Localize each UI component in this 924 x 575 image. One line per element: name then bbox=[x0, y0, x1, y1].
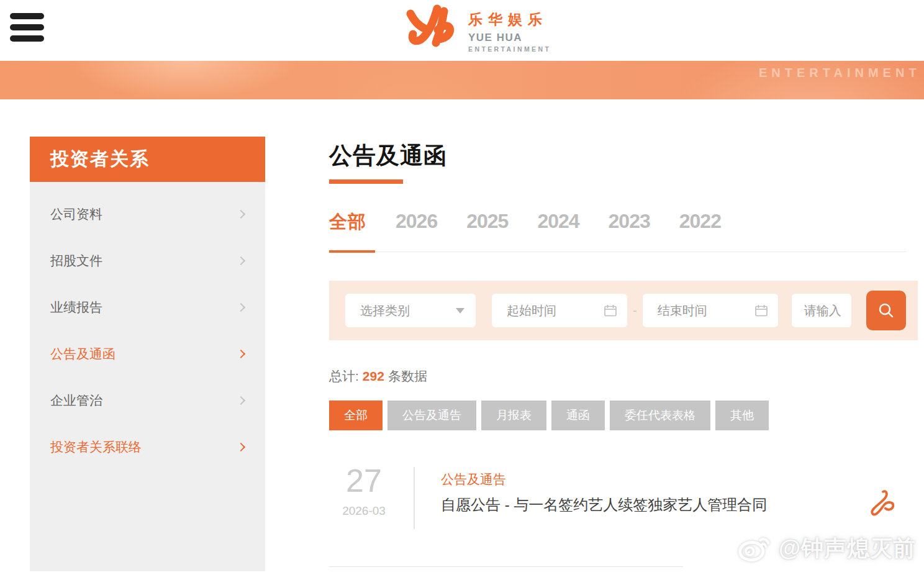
type-filter-buttons: 全部 公告及通告 月报表 通函 委任代表表格 其他 bbox=[329, 401, 769, 430]
category-select-value: 选择类别 bbox=[360, 302, 410, 319]
sidebar-menu: 公司资料 招股文件 业绩报告 公告及通函 企业管治 投资者关系联络 bbox=[30, 182, 265, 571]
end-date-input[interactable]: 结束时间 bbox=[643, 294, 778, 327]
sidebar-item-label: 公告及通函 bbox=[50, 345, 116, 363]
active-tab-underline bbox=[329, 250, 375, 253]
watermark-text: @钟声熄灭前 bbox=[779, 533, 916, 564]
tab-2023[interactable]: 2023 bbox=[609, 210, 650, 233]
chevron-right-icon bbox=[237, 442, 245, 451]
tab-2024[interactable]: 2024 bbox=[537, 210, 579, 233]
hero-banner: ENTERTAINMENT bbox=[0, 61, 924, 99]
filter-bar: 选择类别 起始时间 - 结束时间 bbox=[329, 281, 918, 340]
page-title: 公告及通函 bbox=[329, 140, 447, 171]
page: 乐华娱乐 YUE HUA ENTERTAINMENT ENTERTAINMENT… bbox=[0, 0, 924, 575]
announcement-day: 27 bbox=[329, 464, 399, 497]
tabs-divider bbox=[329, 251, 907, 252]
category-select[interactable]: 选择类别 bbox=[345, 294, 476, 327]
sidebar-item-company-info[interactable]: 公司资料 bbox=[30, 191, 265, 237]
banner-entertainment-text: ENTERTAINMENT bbox=[759, 66, 921, 80]
type-filter-circulars[interactable]: 通函 bbox=[551, 401, 605, 430]
chevron-right-icon bbox=[237, 256, 245, 265]
sidebar-item-label: 业绩报告 bbox=[50, 299, 102, 316]
hamburger-bar bbox=[10, 35, 44, 42]
tab-2022[interactable]: 2022 bbox=[679, 210, 721, 233]
type-filter-others[interactable]: 其他 bbox=[715, 401, 769, 430]
announcement-category[interactable]: 公告及通告 bbox=[441, 471, 506, 488]
calendar-icon bbox=[754, 304, 768, 317]
total-suffix: 条数据 bbox=[388, 369, 427, 383]
chevron-right-icon bbox=[237, 302, 245, 311]
pdf-icon[interactable] bbox=[868, 488, 897, 520]
yh-logo-mark-icon bbox=[402, 3, 460, 53]
keyword-input[interactable] bbox=[792, 294, 851, 327]
hamburger-menu-icon[interactable] bbox=[10, 13, 44, 42]
caret-down-icon bbox=[456, 308, 464, 314]
logo-text: 乐华娱乐 YUE HUA ENTERTAINMENT bbox=[468, 3, 551, 53]
chevron-right-icon bbox=[237, 209, 245, 218]
sidebar-item-results-reports[interactable]: 业绩报告 bbox=[30, 284, 265, 330]
total-prefix: 总计: bbox=[329, 369, 359, 383]
search-icon bbox=[877, 301, 895, 320]
date-range-separator: - bbox=[633, 304, 637, 318]
start-date-placeholder: 起始时间 bbox=[507, 302, 556, 319]
hamburger-bar bbox=[10, 24, 44, 30]
date-divider bbox=[414, 467, 415, 529]
logo-name-en2: ENTERTAINMENT bbox=[468, 45, 551, 53]
chevron-right-icon bbox=[237, 349, 245, 358]
search-button[interactable] bbox=[866, 291, 906, 330]
sidebar-item-corporate-governance[interactable]: 企业管治 bbox=[30, 377, 265, 423]
announcement-date: 27 2026-03 bbox=[329, 464, 399, 518]
sidebar-item-ir-contact[interactable]: 投资者关系联络 bbox=[30, 423, 265, 470]
announcement-title[interactable]: 自愿公告 - 与一名签约艺人续签独家艺人管理合同 bbox=[441, 492, 776, 517]
chevron-right-icon bbox=[237, 396, 245, 404]
sidebar-item-label: 企业管治 bbox=[50, 392, 102, 409]
logo-name-cn: 乐华娱乐 bbox=[468, 10, 551, 29]
total-count: 292 bbox=[363, 369, 384, 383]
weibo-icon bbox=[736, 533, 772, 564]
row-divider bbox=[329, 566, 683, 567]
tab-2025[interactable]: 2025 bbox=[466, 210, 508, 233]
tab-2026[interactable]: 2026 bbox=[396, 210, 437, 233]
year-tabs: 全部 2026 2025 2024 2023 2022 bbox=[329, 210, 721, 235]
top-header: 乐华娱乐 YUE HUA ENTERTAINMENT bbox=[0, 0, 924, 61]
company-logo[interactable]: 乐华娱乐 YUE HUA ENTERTAINMENT bbox=[402, 3, 551, 53]
sidebar-item-label: 招股文件 bbox=[50, 252, 102, 269]
sidebar-item-announcements[interactable]: 公告及通函 bbox=[30, 330, 265, 377]
watermark: @钟声熄灭前 bbox=[736, 533, 916, 564]
sidebar-item-label: 公司资料 bbox=[50, 206, 102, 223]
sidebar-item-label: 投资者关系联络 bbox=[50, 438, 142, 456]
hamburger-bar bbox=[10, 13, 44, 19]
sidebar: 投资者关系 公司资料 招股文件 业绩报告 公告及通函 企业管治 bbox=[30, 137, 265, 571]
type-filter-all[interactable]: 全部 bbox=[329, 401, 383, 430]
sidebar-title: 投资者关系 bbox=[30, 137, 265, 182]
tab-all[interactable]: 全部 bbox=[329, 210, 366, 235]
logo-name-en: YUE HUA bbox=[468, 32, 551, 44]
title-underline bbox=[329, 179, 403, 184]
sidebar-item-prospectus[interactable]: 招股文件 bbox=[30, 237, 265, 284]
type-filter-proxy-forms[interactable]: 委任代表表格 bbox=[610, 401, 710, 430]
announcement-year-month: 2026-03 bbox=[329, 504, 399, 518]
end-date-placeholder: 结束时间 bbox=[658, 302, 707, 319]
type-filter-announcements[interactable]: 公告及通告 bbox=[387, 401, 476, 430]
calendar-icon bbox=[604, 304, 617, 317]
start-date-input[interactable]: 起始时间 bbox=[492, 294, 627, 327]
total-count-row: 总计:292条数据 bbox=[329, 368, 427, 385]
type-filter-monthly-returns[interactable]: 月报表 bbox=[481, 401, 546, 430]
